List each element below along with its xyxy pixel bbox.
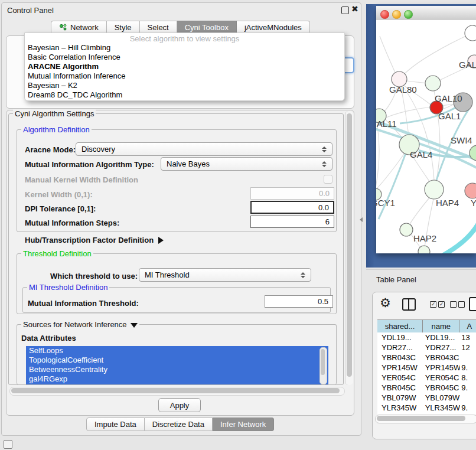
cell[interactable]: YDL19... bbox=[423, 332, 461, 343]
cell[interactable]: 13 bbox=[460, 332, 476, 343]
dropdown-item[interactable]: Mutual Information Inference bbox=[25, 71, 344, 81]
dropdown-item[interactable]: Dream8 DC_TDC Algorithm bbox=[25, 90, 344, 100]
attributes-list-scrollbar[interactable] bbox=[319, 347, 327, 384]
table-panel: ⚙ ✓ ✓ shared... name A YDL19...YDL19...1… bbox=[372, 292, 476, 439]
hub-definition-expander[interactable]: Hub/Transcription Factor Definition bbox=[25, 236, 164, 244]
table-body[interactable]: YDL19...YDL19...13 YDR27...YDR27...12 YB… bbox=[377, 332, 476, 415]
cell[interactable]: YBL079W bbox=[377, 393, 423, 403]
float-panel-icon[interactable] bbox=[341, 6, 349, 14]
cell[interactable]: YBR043C bbox=[377, 353, 423, 363]
dropdown-item-selected[interactable]: ARACNE Algorithm bbox=[25, 62, 344, 71]
unchecked-checkbox-icon[interactable] bbox=[458, 301, 465, 308]
aracne-mode-select[interactable]: Discovery bbox=[76, 142, 332, 156]
checked-checkbox-icon[interactable]: ✓ bbox=[430, 301, 436, 308]
cell[interactable]: YBR045C bbox=[423, 383, 461, 393]
scrollbar-thumb[interactable] bbox=[11, 388, 340, 393]
node-y-partial[interactable] bbox=[465, 183, 476, 198]
cell[interactable]: YER054C bbox=[423, 373, 461, 383]
cell[interactable]: 12 bbox=[460, 343, 476, 353]
kernel-width-value: 0.0 bbox=[319, 189, 330, 198]
node-hap2[interactable] bbox=[400, 223, 413, 236]
manual-kernel-checkbox[interactable] bbox=[324, 175, 332, 184]
table-row[interactable]: YPR145WYPR145W9. bbox=[377, 363, 476, 373]
settings-vertical-scrollbar[interactable] bbox=[345, 111, 353, 385]
mi-steps-field[interactable]: 6 bbox=[250, 216, 334, 228]
kernel-width-field[interactable]: 0.0 bbox=[250, 187, 334, 200]
dpi-tolerance-label: DPI Tolerance [0,1]: bbox=[25, 204, 96, 213]
cell[interactable]: 8. bbox=[460, 373, 476, 383]
unchecked-checkbox-icon[interactable] bbox=[450, 301, 457, 308]
settings-horizontal-scrollbar[interactable] bbox=[9, 387, 345, 396]
sources-group-label[interactable]: Sources for Network Inference bbox=[21, 320, 139, 329]
cell[interactable]: YER054C bbox=[377, 373, 423, 383]
network-window-titlebar[interactable] bbox=[376, 6, 476, 19]
mi-threshold-field[interactable]: 0.5 bbox=[265, 295, 333, 308]
table-row[interactable]: YER054CYER054C8. bbox=[377, 373, 476, 383]
kernel-width-label: Kernel Width (0,1): bbox=[25, 190, 93, 199]
cell[interactable]: YBR045C bbox=[377, 383, 423, 393]
cell[interactable]: 9. bbox=[460, 363, 476, 373]
node[interactable] bbox=[465, 25, 476, 41]
table-row[interactable]: YDR27...YDR27...12 bbox=[377, 343, 476, 353]
table-icon-partial[interactable] bbox=[469, 297, 476, 311]
network-window[interactable]: GAL GAL80 GAL10 GAL1 GAL11 SWI4 GAL4 GCY… bbox=[376, 6, 476, 253]
dropdown-item[interactable]: Bayesian – Hill Climbing bbox=[25, 43, 344, 53]
cell[interactable]: YBL079W bbox=[423, 393, 461, 403]
docked-panel-icon[interactable] bbox=[4, 440, 12, 449]
splitter-collapse-arrow[interactable] bbox=[360, 217, 363, 222]
window-close-icon[interactable] bbox=[380, 10, 389, 19]
spinner-arrows-icon bbox=[322, 161, 327, 167]
split-pane-icon[interactable] bbox=[402, 298, 416, 311]
tab-cyni-toolbox-label: Cyni Toolbox bbox=[185, 23, 229, 32]
gear-icon[interactable]: ⚙ bbox=[380, 296, 391, 309]
mi-type-select[interactable]: Naive Bayes bbox=[161, 157, 332, 171]
tab-impute-data[interactable]: Impute Data bbox=[86, 418, 145, 431]
dropdown-item[interactable]: Basic Correlation Inference bbox=[25, 53, 344, 62]
cell[interactable]: YBR043C bbox=[423, 353, 461, 363]
checked-checkbox-icon[interactable]: ✓ bbox=[438, 301, 445, 308]
table-horizontal-scrollbar[interactable] bbox=[375, 415, 476, 423]
network-canvas[interactable]: GAL GAL80 GAL10 GAL1 GAL11 SWI4 GAL4 GCY… bbox=[376, 19, 476, 253]
cell[interactable]: YLR345W bbox=[423, 403, 461, 413]
cell[interactable]: YDR27... bbox=[377, 343, 423, 353]
list-item[interactable]: gal4RGexp bbox=[26, 374, 328, 384]
apply-button[interactable]: Apply bbox=[158, 398, 201, 412]
close-panel-icon[interactable]: ✖ bbox=[351, 4, 358, 14]
scrollbar-thumb[interactable] bbox=[377, 416, 465, 421]
column-header-partial[interactable]: A bbox=[459, 320, 476, 333]
cell[interactable]: YLR345W bbox=[377, 403, 423, 413]
which-threshold-select[interactable]: MI Threshold bbox=[139, 268, 311, 282]
scrollbar-thumb[interactable] bbox=[347, 113, 352, 377]
node-label: GAL4 bbox=[410, 149, 432, 159]
window-zoom-icon[interactable] bbox=[404, 10, 413, 19]
table-row[interactable]: YDL19...YDL19...13 bbox=[377, 332, 476, 343]
dropdown-item[interactable]: Bayesian – K2 bbox=[25, 81, 344, 90]
table-row[interactable]: YLR345WYLR345W9. bbox=[377, 403, 476, 413]
node-hap4[interactable] bbox=[425, 180, 444, 199]
cell[interactable]: YPR145W bbox=[423, 363, 461, 373]
cell[interactable] bbox=[460, 353, 476, 363]
mi-steps-label: Mutual Information Steps: bbox=[25, 219, 119, 227]
cell[interactable] bbox=[460, 393, 476, 403]
list-item[interactable]: BetweennessCentrality bbox=[26, 365, 328, 374]
spinner-arrows-icon bbox=[301, 272, 305, 278]
column-header-name[interactable]: name bbox=[423, 320, 459, 333]
node-gal10[interactable] bbox=[425, 76, 441, 91]
table-row[interactable]: YBR043CYBR043C bbox=[377, 353, 476, 363]
cell[interactable]: 9. bbox=[460, 403, 476, 413]
window-minimize-icon[interactable] bbox=[392, 10, 401, 19]
column-header-shared-name[interactable]: shared... bbox=[377, 320, 423, 333]
dpi-tolerance-field[interactable]: 0.0 bbox=[250, 201, 334, 214]
scrollbar-thumb[interactable] bbox=[321, 349, 325, 375]
cell[interactable]: YDL19... bbox=[377, 332, 423, 343]
list-item[interactable]: SelfLoops bbox=[26, 346, 328, 356]
data-attributes-list[interactable]: SelfLoops TopologicalCoefficient Between… bbox=[26, 346, 328, 384]
list-item[interactable]: TopologicalCoefficient bbox=[26, 356, 328, 365]
table-row[interactable]: YBR045CYBR045C9. bbox=[377, 383, 476, 393]
cell[interactable]: YPR145W bbox=[377, 363, 423, 373]
tab-discretize-data[interactable]: Discretize Data bbox=[145, 418, 213, 431]
cell[interactable]: 9. bbox=[460, 383, 476, 393]
cell[interactable]: YDR27... bbox=[423, 343, 461, 353]
table-row[interactable]: YBL079WYBL079W bbox=[377, 393, 476, 403]
tab-infer-network[interactable]: Infer Network bbox=[213, 418, 274, 431]
